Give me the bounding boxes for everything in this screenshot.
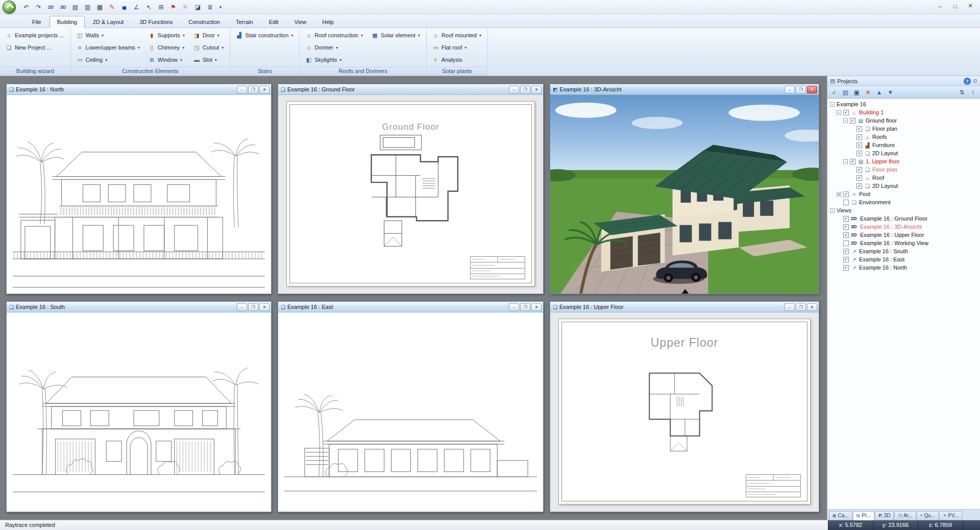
toolbar-overflow-icon[interactable]: ▾: [217, 2, 224, 12]
move-up-button[interactable]: ▲: [874, 87, 884, 97]
checkbox[interactable]: ✓: [856, 142, 862, 148]
roof-construction-button[interactable]: ⌂ Roof construction ▾: [303, 31, 366, 39]
slot-button[interactable]: ▬ Slot ▾: [191, 56, 227, 64]
roof-mounted-button[interactable]: ⌂ Roof mounted ▾: [430, 31, 484, 39]
tab-area[interactable]: ◳Ar...: [894, 511, 916, 520]
lower-upper-beams-button[interactable]: ≡ Lower/upper beams ▾: [74, 43, 143, 52]
stair-construction-button[interactable]: ▟ Stair construction ▾: [233, 31, 296, 40]
window-north-titlebar[interactable]: ❏ Example 16 : North – ❐ ✕: [7, 84, 271, 95]
close-button[interactable]: ✕: [531, 86, 542, 93]
tab-catalog[interactable]: ▦Ca...: [829, 511, 852, 520]
sort-ascending-button[interactable]: ⇅: [957, 87, 967, 97]
apply-check-button[interactable]: ✓: [829, 87, 839, 97]
checkbox[interactable]: ✓: [850, 118, 855, 124]
checkbox[interactable]: ✓: [856, 151, 862, 156]
checkbox[interactable]: ✓: [843, 257, 849, 262]
angle-measure-icon[interactable]: ∠: [132, 2, 141, 12]
tree-item-view-south[interactable]: ✓ ↗ Example 16 : South: [828, 247, 979, 255]
dropdown-arrow-icon[interactable]: ▾: [138, 45, 140, 50]
app-minimize-button[interactable]: –: [932, 1, 947, 11]
window-south-titlebar[interactable]: ❏ Example 16 : South – ❐ ✕: [7, 302, 271, 312]
restore-button[interactable]: ❐: [796, 86, 806, 93]
tile-vertical-icon[interactable]: ▥: [83, 2, 92, 12]
checkbox[interactable]: ✓: [843, 265, 849, 271]
redo-icon[interactable]: ↷: [34, 2, 43, 12]
layers-icon[interactable]: ≣: [205, 2, 215, 12]
dropdown-arrow-icon[interactable]: ▾: [215, 58, 217, 62]
window-ground-floor-titlebar[interactable]: ❏ Example 16 : Ground Floor – ❐ ✕: [278, 84, 543, 95]
expander-icon[interactable]: -: [830, 102, 835, 107]
tree-item-view-north[interactable]: ✓ ↗ Example 16 : North: [828, 263, 979, 272]
dropdown-arrow-icon[interactable]: ▾: [291, 33, 293, 38]
window-3d-titlebar[interactable]: ◩ Example 16 : 3D-Ansicht – ❐ ✕: [550, 84, 819, 95]
checkbox[interactable]: ✓: [843, 249, 849, 254]
tree-item-upper-floor[interactable]: - ✓ ▤ 1. Upper floor: [828, 157, 979, 165]
dropdown-arrow-icon[interactable]: ▾: [361, 33, 363, 38]
minimize-button[interactable]: –: [785, 303, 795, 311]
app-logo-icon[interactable]: [3, 1, 16, 14]
dropdown-arrow-icon[interactable]: ▾: [479, 33, 481, 38]
restore-button[interactable]: ❐: [796, 303, 806, 311]
flat-roof-button[interactable]: ▭ Flat roof ▾: [430, 43, 484, 52]
tree-item-ground-floor-plan[interactable]: ✓ ❏ Floor plan: [828, 125, 979, 133]
minimize-button[interactable]: –: [509, 303, 519, 311]
door-button[interactable]: ◨ Door ▾: [191, 31, 227, 40]
tab-building[interactable]: Building: [50, 16, 85, 28]
south-elevation-view[interactable]: [7, 312, 271, 512]
tree-item-roofs[interactable]: ✓ ⌂ Roofs: [828, 133, 979, 141]
tree-item-building-1[interactable]: - ✓ ⌂ Building 1: [828, 108, 979, 116]
ceiling-button[interactable]: ▭ Ceiling ▾: [74, 56, 143, 64]
tree-item-upper-roof[interactable]: ✓ ⌂ Roof: [828, 174, 979, 182]
close-button[interactable]: ✕: [531, 303, 542, 311]
new-project-button[interactable]: ❏ New Project ...: [3, 43, 67, 52]
tree-item-view-3d-ansicht[interactable]: ✓ 3D Example 16 : 3D-Ansicht: [828, 223, 979, 231]
cutout-button[interactable]: ◳ Cutout ▾: [191, 43, 227, 52]
pin-icon[interactable]: ⊙: [973, 78, 977, 84]
checkbox[interactable]: ✓: [843, 216, 849, 222]
tree-item-furniture[interactable]: ✓ ▟ Furniture: [828, 141, 979, 149]
sort-descending-button[interactable]: ↕: [968, 87, 978, 97]
dropdown-arrow-icon[interactable]: ▾: [222, 45, 224, 50]
close-button[interactable]: ✕: [807, 86, 817, 93]
ground-floor-plan-view[interactable]: Ground Floor: [278, 95, 543, 294]
expander-icon[interactable]: -: [837, 110, 841, 115]
upper-floor-plan-view[interactable]: Upper Floor: [550, 312, 819, 512]
skylights-button[interactable]: ◧ Skylights ▾: [303, 56, 366, 64]
tab-terrain[interactable]: Terrain: [228, 16, 261, 28]
walls-button[interactable]: ◫ Walls ▾: [74, 31, 143, 40]
projects-panel-header[interactable]: ▤ Projects ? ⊙: [827, 76, 980, 86]
render-3d-view[interactable]: [550, 95, 819, 294]
window-east-titlebar[interactable]: ❏ Example 16 : East – ❐ ✕: [278, 302, 543, 312]
snap-grid-icon[interactable]: ⊞: [156, 2, 166, 12]
checkbox[interactable]: ✓: [843, 232, 849, 238]
grid-icon[interactable]: ▦: [95, 2, 105, 12]
histogram-icon[interactable]: ▅: [119, 2, 129, 12]
app-close-button[interactable]: ✕: [963, 1, 978, 11]
close-button[interactable]: ✕: [807, 303, 817, 311]
tab-edit[interactable]: Edit: [261, 16, 286, 28]
minimize-button[interactable]: –: [509, 86, 519, 93]
checkbox[interactable]: ✓: [843, 191, 849, 197]
expander-icon[interactable]: +: [837, 192, 841, 197]
checkbox[interactable]: ✓: [856, 175, 862, 181]
tree-item-example-16[interactable]: - Example 16: [828, 100, 979, 108]
minimize-button[interactable]: –: [785, 86, 795, 93]
tab-3d[interactable]: ◩3D: [875, 511, 894, 520]
analysis-button[interactable]: ☀ Analysis: [430, 56, 484, 64]
tree-item-upper-floor-plan[interactable]: ✓ ❏ Floor plan: [828, 165, 979, 174]
tab-view[interactable]: View: [287, 16, 314, 28]
expander-icon[interactable]: -: [843, 159, 848, 164]
print-button[interactable]: ▣: [852, 87, 862, 97]
cursor-icon[interactable]: ↖: [144, 2, 154, 12]
minimize-button[interactable]: –: [237, 303, 247, 311]
tree-item-ground-floor[interactable]: - ✓ ▤ Ground floor: [828, 116, 979, 125]
checkbox[interactable]: ✓: [856, 167, 862, 173]
tab-3d-functions[interactable]: 3D Functions: [132, 16, 180, 28]
expander-icon[interactable]: -: [830, 208, 835, 213]
supports-button[interactable]: ▮ Supports ▾: [146, 31, 188, 40]
solar-element-button[interactable]: ▦ Solar element ▾: [369, 31, 423, 40]
tree-item-view-east[interactable]: ✓ ↗ Example 16 : East: [828, 255, 979, 263]
close-button[interactable]: ✕: [259, 86, 270, 93]
tile-horizontal-icon[interactable]: ▤: [70, 2, 80, 12]
tree-item-view-upper-floor[interactable]: ✓ 2D Example 16 : Upper Floor: [828, 231, 979, 239]
